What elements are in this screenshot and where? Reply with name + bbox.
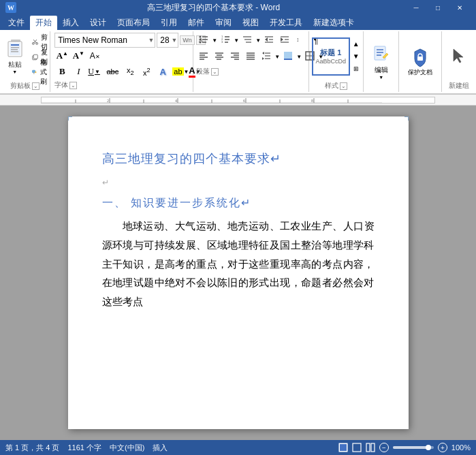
align-right-button[interactable] <box>227 49 242 64</box>
styles-scroll-down[interactable]: ▼ <box>351 51 361 62</box>
align-left-button[interactable] <box>196 49 211 64</box>
shading-button[interactable] <box>281 49 296 64</box>
view-read-icon[interactable] <box>366 443 375 452</box>
multilevel-button[interactable] <box>240 33 255 48</box>
line-spacing-icon <box>261 51 271 61</box>
line-spacing-dropdown[interactable]: ▼ <box>274 54 280 60</box>
text-effects-button[interactable]: A <box>155 64 170 79</box>
view-print-icon[interactable] <box>338 443 348 452</box>
menu-newbuild-tab[interactable]: 新建选项卡 <box>308 16 360 30</box>
bullets-dropdown[interactable]: ▼ <box>212 37 217 44</box>
doc-body[interactable]: 地球运动、大气运动、地壳运动、工农业生产、人口资源环境与可持续发展、区域地理特征… <box>102 217 375 312</box>
sort-icon: ↕ <box>296 35 305 44</box>
style-preview-box[interactable]: 标题 1 AaBbCcDd <box>312 37 350 76</box>
subscript-button[interactable]: x2 <box>123 64 138 79</box>
clipboard-expand[interactable]: ⌄ <box>32 82 39 90</box>
font-expand[interactable]: ⌄ <box>69 82 77 89</box>
doc-title: 高三地理复习的四个基本要求↵ <box>102 151 375 167</box>
menu-mailing[interactable]: 邮件 <box>183 16 210 30</box>
wn-label: Wn <box>180 35 195 45</box>
grow-font-button[interactable]: A▲ <box>54 49 69 63</box>
svg-text:3.: 3. <box>221 40 223 44</box>
svg-rect-12 <box>33 54 37 59</box>
svg-rect-70 <box>417 57 423 61</box>
paragraph1: 地球运动、大气运动、地壳运动、工农业生产、人口资源环境与可持续发展、区域地理特征… <box>102 217 375 312</box>
maximize-button[interactable]: □ <box>427 1 449 14</box>
align-center-button[interactable] <box>212 49 227 64</box>
zoom-out-button[interactable]: − <box>379 443 389 452</box>
font-name-dropdown-icon[interactable]: ▼ <box>148 37 154 44</box>
protect-button[interactable]: 保护文档 <box>400 44 441 80</box>
svg-rect-3 <box>11 44 19 46</box>
highlight-button[interactable]: ab▼ <box>172 64 187 79</box>
bullets-button[interactable] <box>196 33 211 48</box>
menu-view[interactable]: 视图 <box>237 16 264 30</box>
svg-point-16 <box>200 36 202 38</box>
increase-indent-button[interactable] <box>277 33 292 48</box>
pilcrow-1: ↵ <box>102 178 375 188</box>
copy-icon <box>32 53 38 61</box>
zoom-in-button[interactable]: + <box>438 443 447 452</box>
page-info: 第 1 页，共 4 页 <box>5 443 59 453</box>
svg-rect-90 <box>371 443 375 452</box>
strikethrough-button[interactable]: abc <box>104 64 121 79</box>
svg-rect-15 <box>35 71 36 72</box>
styles-group: 标题 1 AaBbCcDd ▲ ▼ ⊞ 样式 ⌄ <box>309 31 364 92</box>
newbuild-content <box>448 45 470 69</box>
svg-rect-89 <box>366 443 370 452</box>
font-size-dropdown-icon[interactable]: ▼ <box>171 37 177 44</box>
menu-file[interactable]: 文件 <box>3 16 30 30</box>
cut-button[interactable]: 剪切 <box>31 35 50 49</box>
numbering-dropdown[interactable]: ▼ <box>234 37 239 44</box>
close-button[interactable]: ✕ <box>449 1 471 14</box>
edit-icon <box>372 44 391 65</box>
menu-insert[interactable]: 插入 <box>57 16 84 30</box>
bullets-icon <box>199 35 208 44</box>
align-right-icon <box>230 51 240 61</box>
justify-button[interactable] <box>243 49 258 64</box>
multilevel-icon <box>242 35 252 44</box>
shrink-font-button[interactable]: A▼ <box>71 49 86 63</box>
styles-expand[interactable]: ⌄ <box>340 82 347 90</box>
styles-expand-btn[interactable]: ⊞ <box>351 63 361 74</box>
protect-group: 保护文档 <box>399 31 442 92</box>
multilevel-dropdown[interactable]: ▼ <box>255 37 261 44</box>
document-page[interactable]: 高三地理复习的四个基本要求↵ ↵ 一、 知识要进一步系统化↵ 地球运动、大气运动… <box>68 116 409 429</box>
app-icon: W <box>5 2 16 13</box>
svg-rect-87 <box>340 444 347 451</box>
align-left-icon <box>199 51 208 61</box>
style-preview-sub: AaBbCcDd <box>316 58 347 65</box>
svg-marker-56 <box>262 52 264 54</box>
clear-format-button[interactable]: A✕ <box>87 49 102 63</box>
menu-design[interactable]: 设计 <box>84 16 112 30</box>
styles-scroll-up[interactable]: ▲ <box>351 39 361 50</box>
paragraph-expand[interactable]: ⌄ <box>211 68 219 76</box>
italic-button[interactable]: I <box>71 64 86 79</box>
numbering-button[interactable]: 1.2.3. <box>218 33 233 48</box>
line-spacing-button[interactable] <box>259 49 274 64</box>
format-painter-button[interactable]: 格式刷 <box>31 65 50 79</box>
shading-dropdown[interactable]: ▼ <box>296 54 302 60</box>
paragraph-group-label: 段落 ⌄ <box>196 67 306 76</box>
menu-layout[interactable]: 页面布局 <box>112 16 155 30</box>
menu-developer[interactable]: 开发工具 <box>264 16 308 30</box>
minimize-button[interactable]: ─ <box>405 1 427 14</box>
decrease-indent-button[interactable] <box>261 33 276 48</box>
sort-button[interactable]: ↕ <box>293 33 308 48</box>
font-name-input[interactable] <box>54 33 155 48</box>
font-group: ▼ ▼ Wn A A▲ A▼ A✕ B I U▼ <box>50 31 193 92</box>
title-bar: W 高三地理复习的四个基本要求 - Word ─ □ ✕ <box>0 0 476 15</box>
svg-point-18 <box>200 39 202 41</box>
bold-button[interactable]: B <box>54 64 69 79</box>
zoom-slider[interactable] <box>393 446 434 449</box>
edit-button[interactable]: 编辑 ▼ <box>367 40 396 84</box>
superscript-button[interactable]: x2 <box>139 64 154 79</box>
menu-review[interactable]: 审阅 <box>210 16 237 30</box>
view-web-icon[interactable] <box>352 443 362 452</box>
menu-references[interactable]: 引用 <box>155 16 183 30</box>
underline-button[interactable]: U▼ <box>87 64 102 79</box>
menu-home[interactable]: 开始 <box>30 16 57 30</box>
edit-dropdown-arrow: ▼ <box>379 75 383 80</box>
newbuild-group: 新建组 <box>442 31 476 92</box>
paste-button[interactable]: 粘贴 ▼ <box>0 36 30 77</box>
